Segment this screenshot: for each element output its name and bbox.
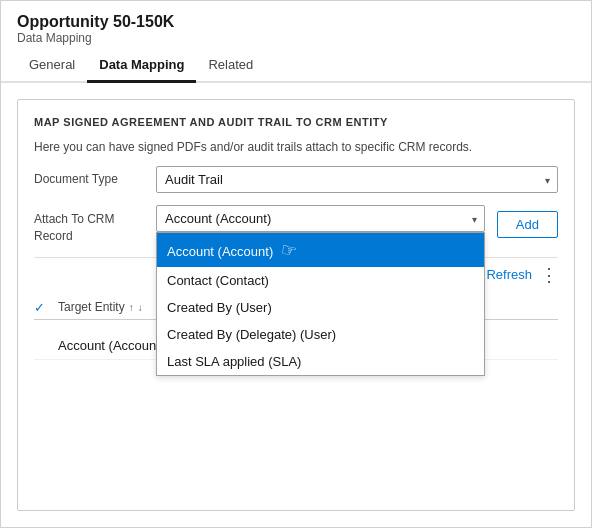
document-type-control: Audit Trail ▾ [156,166,558,193]
tab-general[interactable]: General [17,49,87,83]
dropdown-item-account[interactable]: Account (Account) ☞ [157,233,484,267]
dropdown-list: Account (Account) ☞ Contact (Contact) Cr… [156,232,485,376]
sort-desc-icon: ↓ [138,302,143,313]
dropdown-item-contact[interactable]: Contact (Contact) [157,267,484,294]
attach-input-wrapper: Account (Account) ▾ [156,205,485,232]
main-window: Opportunity 50-150K Data Mapping General… [0,0,592,528]
dropdown-item-created-by[interactable]: Created By (User) [157,294,484,321]
tab-data-mapping[interactable]: Data Mapping [87,49,196,83]
more-options-button[interactable]: ⋮ [540,266,558,284]
attach-crm-select[interactable]: Account (Account) [156,205,485,232]
document-type-row: Document Type Audit Trail ▾ [34,166,558,193]
cursor-icon: ☞ [279,238,299,262]
th-check: ✓ [34,300,58,315]
document-type-select[interactable]: Audit Trail [156,166,558,193]
dropdown-item-last-sla[interactable]: Last SLA applied (SLA) [157,348,484,375]
add-button[interactable]: Add [497,211,558,238]
page-subtitle: Data Mapping [17,31,575,45]
sort-asc-icon: ↑ [129,302,134,313]
card-description: Here you can have signed PDFs and/or aud… [34,140,558,154]
attach-control: Account (Account) ▾ Account (Account) ☞ … [156,205,485,232]
title-bar: Opportunity 50-150K Data Mapping [1,1,591,49]
content-area: MAP SIGNED AGREEMENT AND AUDIT TRAIL TO … [1,83,591,527]
tab-bar: General Data Mapping Related [1,49,591,83]
page-title: Opportunity 50-150K [17,13,575,31]
document-type-label: Document Type [34,166,144,186]
attach-label: Attach To CRM Record [34,205,144,245]
card: MAP SIGNED AGREEMENT AND AUDIT TRAIL TO … [17,99,575,511]
tab-related[interactable]: Related [196,49,265,83]
dropdown-item-created-by-delegate[interactable]: Created By (Delegate) (User) [157,321,484,348]
card-title: MAP SIGNED AGREEMENT AND AUDIT TRAIL TO … [34,116,558,128]
attach-to-crm-row: Attach To CRM Record Account (Account) ▾… [34,205,558,245]
